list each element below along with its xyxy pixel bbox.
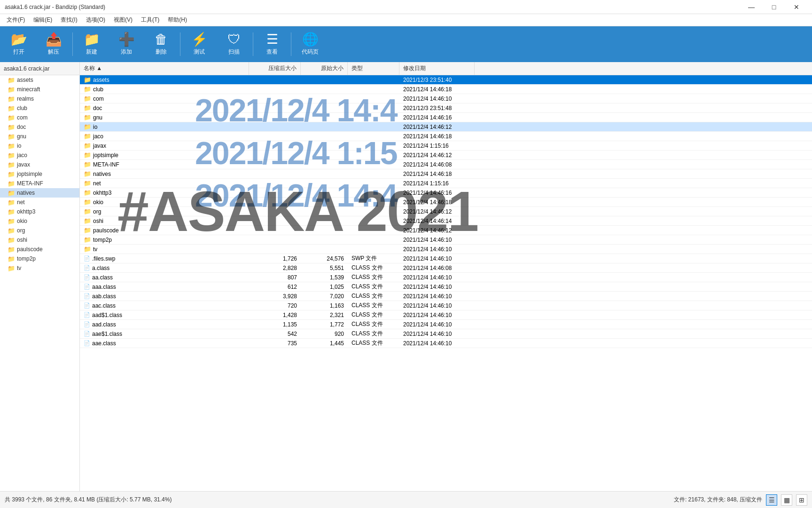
table-row[interactable]: 📁club 2021/12/4 14:46:18 xyxy=(80,85,812,94)
table-row[interactable]: 📁doc 2021/12/3 23:51:48 xyxy=(80,103,812,113)
maximize-button[interactable]: □ xyxy=(763,0,785,14)
table-row[interactable]: 📁okhttp3 2021/12/4 14:46:16 xyxy=(80,188,812,198)
table-row[interactable]: 📁assets 2021/12/3 23:51:40 xyxy=(80,75,812,85)
file-original xyxy=(301,75,348,84)
close-button[interactable]: ✕ xyxy=(786,0,807,14)
file-icon: 📄 xyxy=(84,293,90,299)
sidebar-item-joptsimple[interactable]: 📁joptsimple xyxy=(0,169,79,179)
toolbar-scan[interactable]: 🛡 扫描 xyxy=(217,28,251,60)
sidebar-item-org[interactable]: 📁org xyxy=(0,226,79,235)
folder-icon: 📁 xyxy=(84,95,91,102)
table-row[interactable]: 📁tomp2p 2021/12/4 14:46:10 xyxy=(80,235,812,245)
table-row[interactable]: 📁tv 2021/12/4 14:46:10 xyxy=(80,245,812,254)
menu-help[interactable]: 帮助(H) xyxy=(164,15,191,25)
file-type xyxy=(348,85,399,94)
table-row[interactable]: 📁gnu 2021/12/4 14:46:16 xyxy=(80,113,812,122)
sidebar-item-paulscode[interactable]: 📁paulscode xyxy=(0,245,79,254)
sidebar-item-club[interactable]: 📁club xyxy=(0,103,79,113)
table-row[interactable]: 📁org 2021/12/4 14:46:12 xyxy=(80,207,812,216)
codepage-icon: 🌐 xyxy=(302,33,319,46)
toolbar-extract[interactable]: 📤 解压 xyxy=(37,28,70,60)
table-row[interactable]: 📁net 2021/12/4 1:15:16 xyxy=(80,179,812,188)
minimize-button[interactable]: — xyxy=(741,0,762,14)
table-row[interactable]: 📁natives 2021/12/4 14:46:18 xyxy=(80,169,812,179)
col-header-name[interactable]: 名称 ▲ xyxy=(80,62,249,75)
toolbar-new[interactable]: 📁 新建 xyxy=(75,28,109,60)
col-header-compressed[interactable]: 压缩后大小 xyxy=(249,62,301,75)
sidebar-item-tomp2p[interactable]: 📁tomp2p xyxy=(0,254,79,263)
table-row[interactable]: 📄aae$1.class 542 920 CLASS 文件 2021/12/4 … xyxy=(80,329,812,339)
sidebar-item-realms[interactable]: 📁realms xyxy=(0,94,79,103)
toolbar-test[interactable]: ⚡ 测试 xyxy=(182,28,216,60)
menu-edit[interactable]: 编辑(E) xyxy=(30,15,56,25)
sidebar-item-io[interactable]: 📁io xyxy=(0,141,79,151)
toolbar-add[interactable]: ➕ 添加 xyxy=(109,28,143,60)
col-header-original[interactable]: 原始大小 xyxy=(301,62,348,75)
table-row[interactable]: 📄aac.class 720 1,163 CLASS 文件 2021/12/4 … xyxy=(80,301,812,310)
folder-icon: 📁 xyxy=(8,161,15,168)
table-row[interactable]: 📁io 2021/12/4 14:46:12 xyxy=(80,122,812,132)
table-row[interactable]: 📄aae.class 735 1,445 CLASS 文件 2021/12/4 … xyxy=(80,339,812,348)
file-icon: 📄 xyxy=(84,255,90,262)
table-row[interactable]: 📄a.class 2,828 5,551 CLASS 文件 2021/12/4 … xyxy=(80,263,812,273)
table-row[interactable]: 📁paulscode 2021/12/4 14:46:12 xyxy=(80,226,812,235)
sidebar-item-jaco[interactable]: 📁jaco xyxy=(0,151,79,160)
table-row[interactable]: 📁javax 2021/12/4 1:15:16 xyxy=(80,141,812,151)
file-date: 2021/12/4 14:46:18 xyxy=(399,169,475,178)
toolbar-test-label: 测试 xyxy=(194,48,205,56)
folder-icon: 📁 xyxy=(8,255,15,262)
view-list-button[interactable]: ☰ xyxy=(766,494,777,506)
sidebar-item-minecraft[interactable]: 📁minecraft xyxy=(0,85,79,94)
folder-icon: 📁 xyxy=(8,237,15,244)
menu-view[interactable]: 视图(V) xyxy=(110,15,136,25)
toolbar-extract-label: 解压 xyxy=(48,48,59,56)
file-icon: 📄 xyxy=(84,321,90,327)
sidebar-item-okio[interactable]: 📁okio xyxy=(0,216,79,226)
col-header-type[interactable]: 类型 xyxy=(348,62,399,75)
table-row[interactable]: 📄.files.swp 1,726 24,576 SWP 文件 2021/12/… xyxy=(80,254,812,263)
table-row[interactable]: 📄aad$1.class 1,428 2,321 CLASS 文件 2021/1… xyxy=(80,310,812,320)
col-header-date[interactable]: 修改日期 xyxy=(399,62,475,75)
sidebar-item-gnu[interactable]: 📁gnu xyxy=(0,132,79,141)
sidebar-item-okhttp3[interactable]: 📁okhttp3 xyxy=(0,207,79,216)
sidebar-item-oshi[interactable]: 📁oshi xyxy=(0,235,79,245)
file-area: 名称 ▲ 压缩后大小 原始大小 类型 修改日期 📁assets 2021/12/… xyxy=(80,62,812,491)
table-row[interactable]: 📄aad.class 1,135 1,772 CLASS 文件 2021/12/… xyxy=(80,320,812,329)
sidebar-item-javax[interactable]: 📁javax xyxy=(0,160,79,169)
file-type: CLASS 文件 xyxy=(348,273,399,282)
menu-tools[interactable]: 工具(T) xyxy=(137,15,163,25)
menu-options[interactable]: 选项(O) xyxy=(82,15,109,25)
file-icon: 📄 xyxy=(84,284,90,290)
file-name: 📁io xyxy=(80,122,249,131)
sidebar-item-tv[interactable]: 📁tv xyxy=(0,263,79,273)
file-name: 📄aae.class xyxy=(80,339,249,348)
file-date: 2021/12/4 14:46:18 xyxy=(399,132,475,141)
sidebar-item-assets[interactable]: 📁assets xyxy=(0,75,79,85)
sidebar-item-natives[interactable]: 📁natives xyxy=(0,188,79,198)
toolbar: 📂 打开 📤 解压 📁 新建 ➕ 添加 🗑 删除 ⚡ 测试 🛡 扫描 ☰ 查看 … xyxy=(0,26,812,62)
table-row[interactable]: 📄aa.class 807 1,539 CLASS 文件 2021/12/4 1… xyxy=(80,273,812,282)
menu-file[interactable]: 文件(F) xyxy=(3,15,29,25)
file-icon: 📄 xyxy=(84,265,90,271)
table-row[interactable]: 📁META-INF 2021/12/4 14:46:08 xyxy=(80,160,812,169)
file-compressed: 1,726 xyxy=(249,254,301,263)
table-row[interactable]: 📁okio 2021/12/4 14:46:18 xyxy=(80,198,812,207)
table-row[interactable]: 📁com 2021/12/4 14:46:10 xyxy=(80,94,812,103)
toolbar-codepage[interactable]: 🌐 代码页 xyxy=(293,28,327,60)
table-row[interactable]: 📄aaa.class 612 1,025 CLASS 文件 2021/12/4 … xyxy=(80,282,812,292)
sidebar-item-com[interactable]: 📁com xyxy=(0,113,79,122)
toolbar-open[interactable]: 📂 打开 xyxy=(2,28,36,60)
menu-find[interactable]: 查找(I) xyxy=(57,15,81,25)
toolbar-view[interactable]: ☰ 查看 xyxy=(255,28,289,60)
sidebar-item-doc[interactable]: 📁doc xyxy=(0,122,79,132)
file-date: 2021/12/4 1:15:16 xyxy=(399,141,475,150)
sidebar-item-net[interactable]: 📁net xyxy=(0,198,79,207)
table-row[interactable]: 📁jaco 2021/12/4 14:46:18 xyxy=(80,132,812,141)
sidebar-item-META-INF[interactable]: 📁META-INF xyxy=(0,179,79,188)
table-row[interactable]: 📁joptsimple 2021/12/4 14:46:12 xyxy=(80,151,812,160)
view-large-button[interactable]: ⊞ xyxy=(796,494,807,506)
table-row[interactable]: 📁oshi 2021/12/4 14:46:14 xyxy=(80,216,812,226)
view-detail-button[interactable]: ▦ xyxy=(781,494,792,506)
toolbar-delete[interactable]: 🗑 删除 xyxy=(144,28,178,60)
table-row[interactable]: 📄aab.class 3,928 7,020 CLASS 文件 2021/12/… xyxy=(80,292,812,301)
